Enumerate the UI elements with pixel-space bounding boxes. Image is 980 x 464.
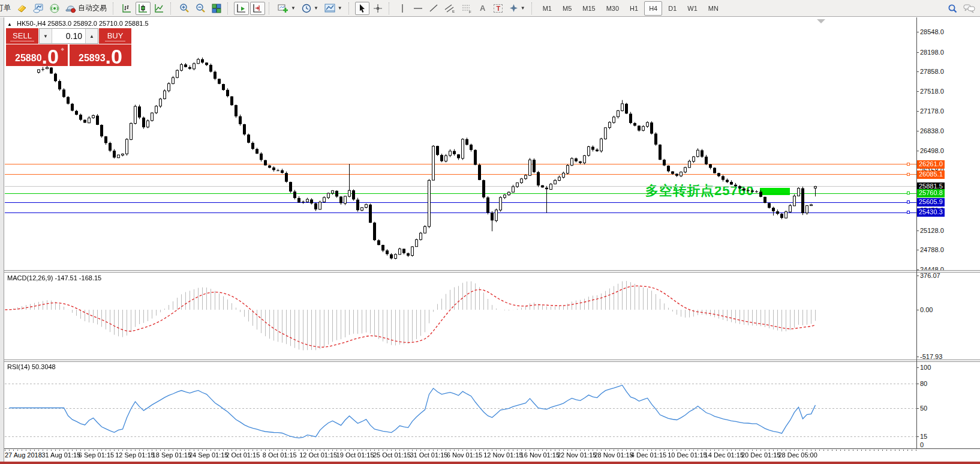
time-tick-label: 27 Aug 2018 [5, 451, 42, 459]
ohlc-values: 25853.0 25892.0 25710.0 25881.5 [47, 20, 148, 27]
macd-rsi-separator[interactable] [4, 360, 980, 362]
new-chart-button[interactable]: ▼ [275, 2, 298, 15]
chart-shift-icon [252, 4, 263, 13]
chat-button[interactable] [961, 2, 978, 15]
buy-button[interactable]: BUY [99, 28, 131, 44]
rsi-tick-label: 0 [920, 441, 924, 448]
equidistant-channel-button[interactable]: E [442, 2, 458, 15]
volume-decrease-button[interactable]: ▼ [40, 29, 52, 43]
fibonacci-button[interactable]: F [459, 2, 474, 15]
price-chart-canvas[interactable] [5, 18, 916, 271]
rsi-tick-label: 100 [920, 364, 931, 371]
timeframe-button-m5[interactable]: M5 [558, 1, 576, 16]
timeframe-button-d1[interactable]: D1 [663, 1, 681, 16]
rsi-indicator-canvas[interactable] [5, 362, 916, 448]
time-axis-ticks [5, 450, 916, 451]
chart-window-button[interactable] [14, 2, 29, 15]
dropdown-caret-icon: ▼ [521, 5, 525, 11]
zoom-out-button[interactable] [193, 2, 208, 15]
main-macd-separator[interactable] [4, 270, 980, 273]
volume-increase-button[interactable]: ▲ [85, 29, 98, 43]
tile-windows-icon [212, 4, 221, 13]
zoom-out-icon [196, 3, 206, 13]
timeframe-button-h4[interactable]: H4 [644, 1, 662, 16]
line-handle[interactable] [907, 200, 910, 203]
new-order-button[interactable]: 订单 [0, 2, 13, 15]
autotrading-button[interactable]: 自动交易 [63, 2, 109, 15]
line-handle[interactable] [907, 173, 910, 176]
buy-price-big-digit: .0 [106, 49, 122, 65]
signals-button[interactable] [47, 2, 62, 15]
chart-shift-button[interactable] [250, 2, 265, 15]
price-tick-label: 27518.0 [920, 88, 944, 95]
gold-book-icon [17, 4, 27, 13]
rsi-params: RSI(14) [7, 363, 30, 370]
buy-price-button[interactable]: 25893 .0 [70, 44, 131, 66]
time-tick-label: 16 Nov 01:15 [521, 451, 560, 459]
timeframe-button-m1[interactable]: M1 [538, 1, 557, 16]
timeframe-button-m30[interactable]: M30 [602, 1, 624, 16]
tile-windows-button[interactable] [209, 2, 224, 15]
text-button[interactable]: A [476, 2, 490, 15]
dropdown-caret-icon: ▼ [314, 5, 318, 11]
search-button[interactable] [945, 2, 960, 15]
horizontal-line-icon [413, 4, 423, 13]
macd-params: MACD(12,26,9) [7, 274, 53, 282]
panel-options-icon[interactable]: ◆ [61, 47, 64, 52]
line-handle[interactable] [907, 163, 910, 166]
zoom-in-button[interactable] [177, 2, 192, 15]
sell-price-button[interactable]: 25880 .0 ◆ [6, 44, 68, 66]
auto-scroll-button[interactable] [234, 2, 249, 15]
crosshair-button[interactable] [371, 2, 385, 15]
timeframe-button-m15[interactable]: M15 [578, 1, 600, 16]
time-tick-label: 14 Dec 01:15 [705, 451, 744, 459]
main-toolbar: 订单 自动交易 ▼ ▼ [0, 0, 980, 17]
arrows-button[interactable]: ▼ [507, 2, 528, 15]
trendline-icon [429, 4, 438, 13]
channel-icon: E [444, 4, 455, 13]
trendline-button[interactable] [426, 2, 441, 15]
fibonacci-sublabel: F [469, 10, 471, 13]
periods-button[interactable]: ▼ [299, 2, 321, 15]
profiles-button[interactable] [31, 2, 46, 15]
vertical-line-button[interactable] [395, 2, 410, 15]
timeframe-button-w1[interactable]: W1 [683, 1, 702, 16]
arrows-tool-icon [509, 4, 518, 13]
channel-sublabel: E [452, 10, 455, 13]
time-tick-label: 20 Dec 01:15 [741, 451, 780, 459]
timeframe-button-h1[interactable]: H1 [625, 1, 643, 16]
line-handle[interactable] [907, 191, 910, 194]
toolbar-separator [170, 2, 173, 14]
candlestick-icon [138, 4, 148, 13]
macd-indicator-canvas[interactable] [5, 273, 916, 360]
collapse-arrow-icon[interactable]: ▲ [7, 22, 12, 27]
symbol-period-label: HK50-,H4 [17, 20, 46, 27]
mt4-window: { "toolbar": { "order_label": "订单", "aut… [0, 0, 980, 464]
window-bottom-edge [0, 462, 980, 464]
horizontal-line-button[interactable] [411, 2, 425, 15]
templates-button[interactable]: ▼ [322, 2, 345, 15]
line-chart-type-button[interactable] [152, 2, 167, 15]
time-tick-label: 12 Nov 01:15 [483, 451, 522, 459]
price-tick-label: 27178.0 [920, 107, 944, 115]
price-tick-label: 26838.0 [920, 127, 944, 134]
chat-icon [963, 4, 975, 13]
time-tick-label: 10 Dec 01:15 [668, 451, 707, 459]
bar-chart-type-button[interactable] [119, 2, 134, 15]
timeframe-button-mn[interactable]: MN [704, 1, 723, 16]
line-price-label: 26085.1 [917, 170, 945, 179]
cursor-button[interactable] [355, 2, 369, 15]
text-label-button[interactable]: T [491, 2, 506, 15]
buy-price: 25893 [79, 53, 106, 63]
zoom-in-icon [179, 3, 190, 13]
price-tick-label: 28548.0 [920, 28, 944, 35]
window-left-edge [0, 17, 4, 462]
sell-button[interactable]: SELL [6, 28, 38, 44]
line-handle[interactable] [907, 211, 910, 214]
candlestick-chart-type-button[interactable] [136, 2, 151, 15]
sell-price: 25880 [15, 53, 42, 63]
price-tick-label: 27858.0 [920, 68, 944, 75]
time-tick-label: 8 Oct 01:15 [263, 451, 297, 459]
time-tick-label: 19 Oct 01:15 [336, 451, 374, 459]
volume-input[interactable]: 0.10 [52, 29, 85, 43]
